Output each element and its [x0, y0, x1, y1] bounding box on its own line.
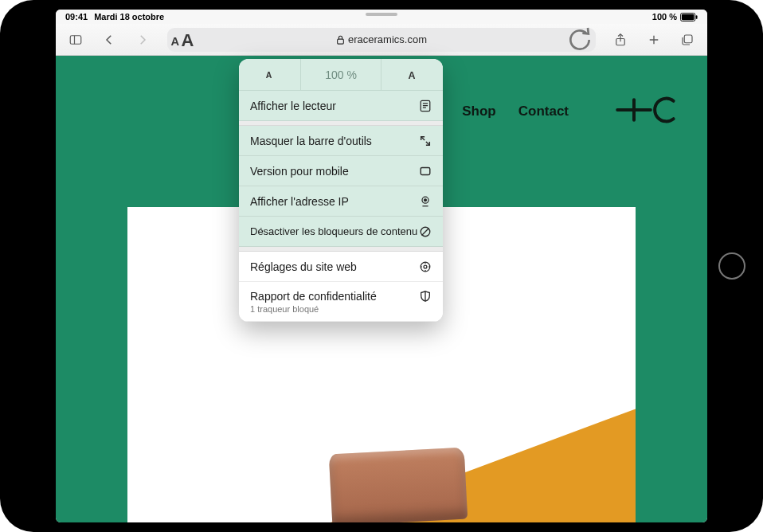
status-bar: 09:41 Mardi 18 octobre 100 % — [56, 10, 707, 24]
aa-popover: A 100 % A Afficher le lecteur Masquer la… — [239, 59, 443, 322]
menu-hide-toolbar[interactable]: Masquer la barre d'outils — [239, 126, 443, 156]
svg-rect-11 — [684, 35, 692, 43]
menu-show-ip[interactable]: Afficher l'adresse IP — [239, 186, 443, 217]
aa-menu-button[interactable]: AA — [167, 28, 202, 52]
pin-icon — [419, 195, 432, 208]
svg-rect-3 — [70, 35, 81, 44]
site-logo-icon[interactable] — [615, 94, 679, 130]
safari-toolbar: AA eraceramics.com — [56, 24, 707, 56]
svg-rect-1 — [682, 14, 695, 19]
svg-line-27 — [422, 228, 429, 235]
svg-text:A: A — [170, 35, 179, 48]
status-date: Mardi 18 octobre — [94, 12, 164, 22]
site-nav-contact[interactable]: Contact — [518, 104, 569, 119]
rectangle-icon — [419, 165, 432, 178]
svg-point-24 — [425, 198, 427, 201]
svg-rect-2 — [696, 15, 698, 19]
menu-mobile-version[interactable]: Version pour mobile — [239, 156, 443, 186]
zoom-in-button[interactable]: A — [382, 59, 443, 90]
svg-text:A: A — [266, 70, 272, 80]
svg-text:A: A — [408, 69, 415, 80]
reader-icon — [419, 100, 432, 112]
tabs-button[interactable] — [674, 28, 701, 52]
home-button[interactable] — [718, 252, 745, 280]
address-field[interactable]: AA eraceramics.com — [167, 28, 596, 52]
menu-site-settings[interactable]: Réglages du site web — [239, 252, 443, 282]
screen: 09:41 Mardi 18 octobre 100 % — [56, 10, 707, 522]
clay-block-image — [329, 448, 468, 522]
svg-point-29 — [424, 265, 427, 268]
expand-icon — [419, 135, 432, 147]
gear-icon — [419, 260, 432, 273]
multitask-grabber-icon[interactable] — [366, 13, 397, 16]
zoom-value: 100 % — [301, 59, 382, 90]
address-url: eraceramics.com — [167, 33, 596, 45]
share-button[interactable] — [607, 28, 634, 52]
site-nav-shop[interactable]: Shop — [462, 104, 496, 119]
svg-rect-22 — [421, 167, 430, 174]
new-tab-button[interactable] — [640, 28, 667, 52]
back-button[interactable] — [96, 28, 123, 52]
forward-button[interactable] — [129, 28, 156, 52]
zoom-out-button[interactable]: A — [239, 59, 301, 90]
privacy-subtitle: 1 traqueur bloqué — [250, 304, 319, 314]
status-time: 09:41 — [65, 12, 88, 22]
sidebar-button[interactable] — [62, 28, 89, 52]
shield-icon — [419, 290, 432, 303]
svg-rect-7 — [338, 39, 344, 44]
lock-icon — [336, 35, 345, 45]
battery-icon — [680, 13, 698, 22]
reload-button[interactable] — [564, 28, 596, 52]
svg-text:A: A — [182, 30, 194, 49]
menu-show-reader[interactable]: Afficher le lecteur — [239, 91, 443, 121]
noblock-icon — [419, 225, 432, 238]
menu-disable-blockers[interactable]: Désactiver les bloqueurs de contenu — [239, 217, 443, 247]
menu-privacy-report[interactable]: Rapport de confidentialité 1 traqueur bl… — [239, 282, 443, 322]
ipad-frame: 09:41 Mardi 18 octobre 100 % — [0, 0, 763, 532]
battery-text: 100 % — [652, 12, 677, 22]
